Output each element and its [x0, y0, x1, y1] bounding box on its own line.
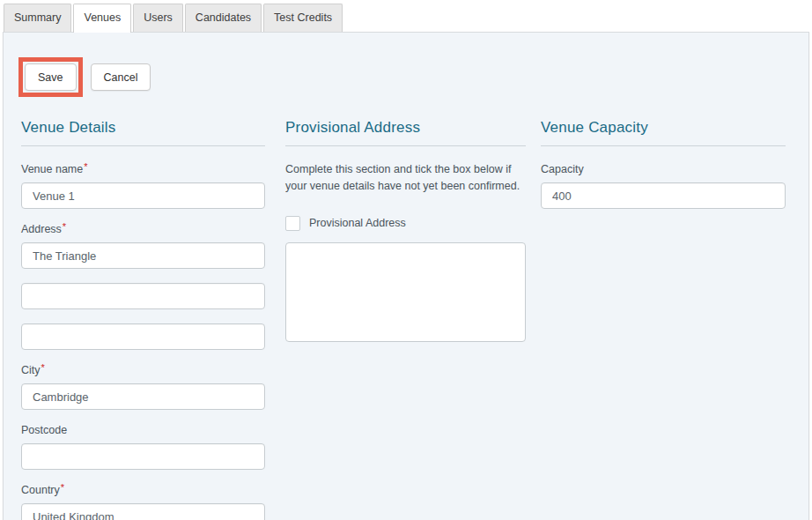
section-divider [541, 145, 786, 146]
venue-name-label-text: Venue name [21, 163, 83, 175]
postcode-label: Postcode [21, 424, 265, 436]
tab-candidates[interactable]: Candidates [185, 4, 262, 32]
tab-users[interactable]: Users [133, 4, 183, 32]
capacity-label-text: Capacity [541, 163, 584, 175]
provisional-address-heading: Provisional Address [285, 119, 526, 137]
venue-name-label: Venue name* [21, 163, 265, 175]
save-button-highlight-box: Save [18, 57, 83, 97]
provisional-address-textarea[interactable] [285, 242, 526, 342]
address-label-text: Address [21, 223, 62, 235]
address-line3-input[interactable] [21, 323, 265, 350]
capacity-input[interactable] [541, 182, 786, 209]
provisional-address-checkbox-row: Provisional Address [285, 216, 526, 231]
country-label-text: Country [21, 484, 60, 496]
required-asterisk: * [84, 161, 87, 172]
section-divider [285, 145, 526, 146]
capacity-label: Capacity [541, 163, 786, 175]
provisional-address-description: Complete this section and tick the box b… [285, 161, 526, 196]
venue-details-heading: Venue Details [21, 119, 265, 137]
save-button[interactable]: Save [25, 63, 77, 91]
address-label: Address* [21, 223, 265, 235]
section-divider [21, 145, 265, 146]
address-line2-input[interactable] [21, 283, 265, 309]
address-line1-input[interactable] [21, 242, 265, 269]
tab-bar: Summary Venues Users Candidates Test Cre… [0, 0, 812, 32]
provisional-address-checkbox-label: Provisional Address [309, 217, 406, 229]
city-label-text: City [21, 364, 41, 376]
tab-content-panel: Save Cancel Venue Details Venue name* Ad… [3, 32, 809, 520]
venue-capacity-heading: Venue Capacity [541, 119, 786, 137]
country-input[interactable] [21, 503, 265, 520]
tab-summary[interactable]: Summary [4, 4, 71, 32]
postcode-input[interactable] [21, 443, 265, 470]
country-label: Country* [21, 484, 265, 496]
provisional-address-section: Provisional Address Complete this sectio… [285, 119, 526, 520]
venue-name-input[interactable] [21, 182, 265, 209]
venue-capacity-section: Venue Capacity Capacity [541, 119, 786, 520]
postcode-label-text: Postcode [21, 424, 67, 436]
cancel-button[interactable]: Cancel [91, 63, 151, 91]
tab-test-credits[interactable]: Test Credits [263, 4, 343, 32]
tab-venues[interactable]: Venues [73, 4, 131, 33]
form-columns: Venue Details Venue name* Address* City*… [4, 97, 808, 520]
required-asterisk: * [63, 221, 66, 232]
city-input[interactable] [21, 383, 265, 410]
venue-details-section: Venue Details Venue name* Address* City*… [21, 119, 265, 520]
required-asterisk: * [41, 362, 45, 373]
city-label: City* [21, 364, 265, 376]
form-toolbar: Save Cancel [4, 33, 808, 97]
required-asterisk: * [61, 482, 64, 493]
provisional-address-checkbox[interactable] [285, 216, 300, 231]
